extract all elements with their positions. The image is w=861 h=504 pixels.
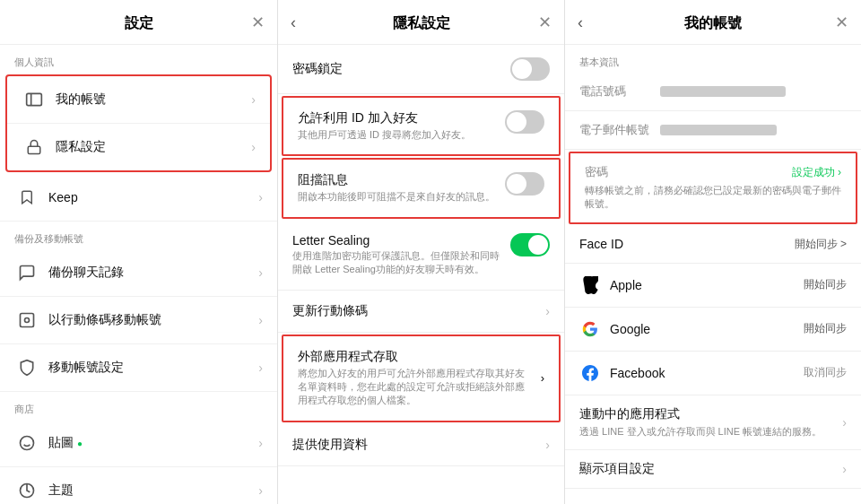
apple-name: Apple — [610, 278, 804, 292]
barcode-icon — [14, 308, 39, 333]
email-value — [660, 122, 847, 135]
account-phone-row: 電話號碼 — [565, 73, 861, 111]
chevron-right-icon: › — [258, 361, 263, 375]
password-top: 密碼 設定成功 › — [585, 164, 841, 180]
privacy-title: 隱私設定 — [393, 14, 450, 33]
passcode-toggle[interactable] — [510, 57, 550, 81]
privacy-provide-data[interactable]: 提供使用資料 › — [278, 424, 564, 466]
settings-scroll: 個人資訊 我的帳號 › 隱私設定 › — [0, 45, 277, 504]
privacy-icon — [22, 135, 47, 160]
transfer-icon — [14, 355, 39, 380]
close-icon[interactable]: ✕ — [251, 14, 265, 30]
privacy-label: 隱私設定 — [56, 139, 251, 155]
chevron-right-icon: › — [541, 371, 544, 385]
settings-title: 設定 — [125, 14, 153, 33]
block-msg-desc: 開啟本功能後即可阻擋不是來自好友的訊息。 — [298, 190, 496, 204]
keep-icon — [14, 185, 39, 210]
close-icon[interactable]: ✕ — [538, 14, 552, 30]
sidebar-item-stickers[interactable]: 貼圖 ● › — [0, 420, 277, 467]
passcode-title: 密碼鎖定 — [292, 61, 343, 77]
transfer-label: 移動帳號設定 — [48, 360, 258, 376]
chevron-right-icon: › — [251, 92, 256, 107]
block-msg-toggle[interactable] — [505, 172, 544, 196]
sidebar-item-backup-chat[interactable]: 備份聊天記錄 › — [0, 249, 277, 297]
faceid-action[interactable]: 開始同步 > — [795, 237, 847, 252]
privacy-external-access[interactable]: 外部應用程式存取 將您加入好友的用戶可允許外部應用程式存取其好友名單資料時，您在… — [283, 336, 559, 421]
svg-rect-2 — [21, 314, 34, 327]
stickers-label: 貼圖 ● — [48, 435, 258, 451]
password-action[interactable]: 設定成功 › — [792, 165, 841, 180]
privacy-scroll: 密碼鎖定 允許利用 ID 加入好友 其他用戶可透過 ID 搜尋將您加入好友。 阻… — [278, 45, 564, 504]
privacy-block-msg[interactable]: 阻擋訊息 開啟本功能後即可阻擋不是來自好友的訊息。 — [283, 160, 559, 216]
chevron-right-icon: › — [545, 438, 550, 452]
block-msg-title: 阻擋訊息 — [298, 172, 496, 188]
letter-sealing-toggle[interactable] — [510, 233, 550, 256]
facebook-action[interactable]: 取消同步 — [804, 365, 847, 380]
themes-icon — [14, 478, 39, 503]
facebook-name: Facebook — [610, 366, 804, 380]
privacy-allow-id[interactable]: 允許利用 ID 加入好友 其他用戶可透過 ID 搜尋將您加入好友。 — [283, 98, 559, 154]
themes-label: 主題 — [48, 482, 258, 499]
allow-id-toggle[interactable] — [505, 110, 544, 134]
chevron-right-icon: › — [258, 190, 263, 204]
chevron-right-icon: › — [258, 436, 263, 450]
letter-sealing-desc: 使用進階加密功能可保護訊息。但僅限於和同時開啟 Letter Sealing功能… — [292, 249, 501, 277]
account-header: ‹ 我的帳號 ✕ — [565, 0, 861, 45]
backup-chat-icon — [14, 260, 39, 285]
sidebar-item-transfer[interactable]: 移動帳號設定 › — [0, 344, 277, 392]
privacy-letter-sealing[interactable]: Letter Sealing 使用進階加密功能可保護訊息。但僅限於和同時開啟 L… — [278, 221, 564, 291]
section-backup: 備份及移動帳號 — [0, 222, 277, 249]
my-account-label: 我的帳號 — [56, 91, 251, 108]
apple-row[interactable]: Apple 開始同步 — [565, 264, 861, 308]
display-settings-label: 顯示項目設定 — [579, 461, 842, 477]
phone-label: 電話號碼 — [579, 83, 660, 100]
google-icon — [579, 318, 601, 340]
password-desc: 轉移帳號之前，請務必確認您已設定最新的密碼與電子郵件帳號。 — [585, 184, 841, 212]
facebook-row[interactable]: Facebook 取消同步 — [565, 352, 861, 395]
chevron-right-icon: › — [842, 462, 847, 476]
update-barcode-title: 更新行動條碼 — [292, 303, 368, 319]
sticker-icon — [14, 430, 39, 456]
svg-rect-0 — [27, 93, 42, 105]
external-access-content: 外部應用程式存取 將您加入好友的用戶可允許外部應用程式存取其好友名單資料時，您在… — [298, 349, 532, 408]
faceid-row[interactable]: Face ID 開始同步 > — [565, 226, 861, 264]
connected-apps-content: 連動中的應用程式 透過 LINE 登入或允許存取而與 LINE 帳號連結的服務。 — [579, 406, 835, 439]
connected-apps-row[interactable]: 連動中的應用程式 透過 LINE 登入或允許存取而與 LINE 帳號連結的服務。… — [565, 395, 861, 450]
connected-apps-desc: 透過 LINE 登入或允許存取而與 LINE 帳號連結的服務。 — [579, 425, 835, 439]
settings-panel: 設定 ✕ 個人資訊 我的帳號 › 隱私設定 › — [0, 0, 278, 504]
sidebar-item-keep[interactable]: Keep › — [0, 174, 277, 222]
privacy-passcode[interactable]: 密碼鎖定 — [278, 45, 564, 94]
sidebar-item-my-account[interactable]: 我的帳號 › — [7, 76, 270, 124]
account-title: 我的帳號 — [684, 14, 742, 33]
svg-rect-1 — [28, 146, 40, 153]
password-label: 密碼 — [585, 164, 608, 180]
back-icon[interactable]: ‹ — [578, 13, 583, 31]
privacy-header: ‹ 隱私設定 ✕ — [278, 0, 564, 45]
external-access-title: 外部應用程式存取 — [298, 349, 532, 365]
sidebar-item-barcode[interactable]: 以行動條碼移動帳號 › — [0, 297, 277, 344]
privacy-panel: ‹ 隱私設定 ✕ 密碼鎖定 允許利用 ID 加入好友 其他用戶可透過 ID 搜尋… — [278, 0, 565, 504]
chevron-right-icon: › — [251, 140, 256, 154]
sidebar-item-privacy[interactable]: 隱私設定 › — [7, 124, 270, 170]
letter-sealing-content: Letter Sealing 使用進階加密功能可保護訊息。但僅限於和同時開啟 L… — [292, 233, 501, 277]
account-scroll: 基本資訊 電話號碼 電子郵件帳號 密碼 設定成功 › 轉移帳號之前，請務必確認您… — [565, 45, 861, 504]
connected-apps-title: 連動中的應用程式 — [579, 406, 835, 422]
sidebar-item-themes[interactable]: 主題 › — [0, 467, 277, 504]
apple-action[interactable]: 開始同步 — [804, 277, 847, 292]
settings-header: 設定 ✕ — [0, 0, 277, 45]
provide-data-title: 提供使用資料 — [292, 437, 368, 453]
section-personal-info: 個人資訊 — [0, 45, 277, 73]
chevron-right-icon: › — [258, 265, 263, 280]
privacy-update-barcode[interactable]: 更新行動條碼 › — [278, 291, 564, 333]
letter-sealing-title: Letter Sealing — [292, 233, 501, 248]
apple-icon — [579, 274, 601, 296]
google-name: Google — [610, 322, 804, 336]
svg-point-3 — [25, 318, 30, 323]
back-icon[interactable]: ‹ — [291, 13, 296, 31]
close-icon[interactable]: ✕ — [835, 14, 848, 30]
display-settings-row[interactable]: 顯示項目設定 › — [565, 450, 861, 489]
google-row[interactable]: Google 開始同步 — [565, 308, 861, 352]
google-action[interactable]: 開始同步 — [804, 321, 847, 336]
email-blurred — [660, 125, 777, 135]
backup-chat-label: 備份聊天記錄 — [48, 265, 258, 281]
